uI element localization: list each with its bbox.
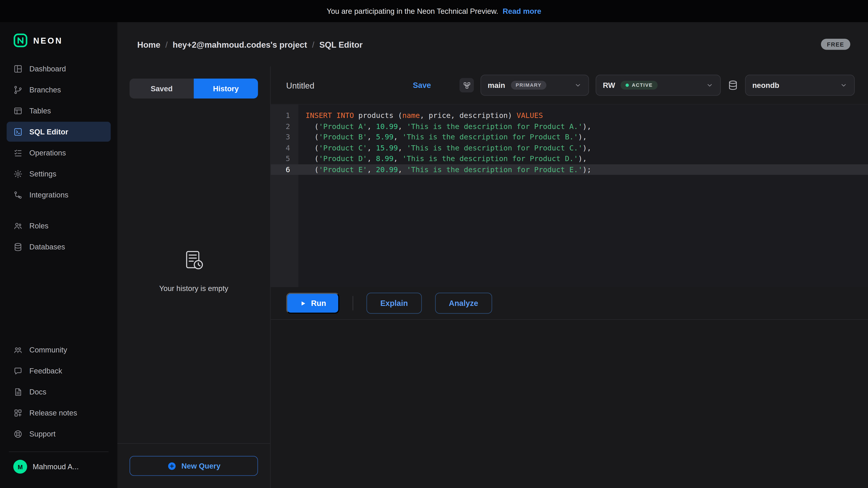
sidebar-divider: [9, 451, 108, 452]
sidebar-item-branches[interactable]: Branches: [6, 80, 111, 100]
history-empty-state: Your history is empty: [117, 98, 270, 443]
editor-actions: Run Explain Analyze: [271, 287, 868, 320]
tables-icon: [13, 106, 23, 116]
explain-button[interactable]: Explain: [366, 293, 422, 314]
sidebar-item-feedback[interactable]: Feedback: [6, 361, 111, 381]
line-number: 6: [271, 164, 298, 175]
operations-icon: [13, 148, 23, 158]
breadcrumb-project[interactable]: hey+2@mahmoud.codes's project: [173, 39, 307, 49]
sidebar-item-label: Roles: [29, 222, 49, 230]
chevron-down-icon: [574, 81, 582, 89]
sidebar-item-operations[interactable]: Operations: [6, 143, 111, 163]
sidebar-item-roles[interactable]: Roles: [6, 216, 111, 236]
sidebar-item-label: Dashboard: [29, 64, 66, 73]
schema-icon-button[interactable]: [460, 78, 474, 92]
feedback-icon: [13, 366, 23, 376]
technical-preview-banner: You are participating in the Neon Techni…: [0, 0, 868, 22]
sidebar-item-integrations[interactable]: Integrations: [6, 185, 111, 205]
read-more-link[interactable]: Read more: [503, 7, 541, 15]
new-query-label: New Query: [182, 462, 221, 470]
sidebar-item-support[interactable]: Support: [6, 424, 111, 444]
support-icon: [13, 429, 23, 438]
sidebar-item-label: Community: [29, 346, 67, 354]
code-line[interactable]: 2 ('Product A', 10.99, 'This is the desc…: [271, 121, 868, 132]
gear-icon: [13, 169, 23, 178]
active-badge: ACTIVE: [621, 81, 658, 90]
code-line[interactable]: 6 ('Product E', 20.99, 'This is the desc…: [271, 164, 868, 175]
new-query-button[interactable]: New Query: [129, 456, 258, 476]
query-title[interactable]: Untitled: [286, 80, 314, 90]
code-line[interactable]: 4 ('Product C', 15.99, 'This is the desc…: [271, 142, 868, 153]
actions-divider: [352, 296, 353, 311]
neon-wordmark: NEON: [33, 36, 63, 45]
line-number: 4: [271, 142, 298, 153]
branches-icon: [13, 85, 23, 94]
branch-select[interactable]: main PRIMARY: [480, 75, 589, 96]
sidebar-item-sql-editor[interactable]: SQL Editor: [6, 122, 111, 142]
active-badge-label: ACTIVE: [632, 83, 653, 88]
sidebar-item-label: Tables: [29, 106, 51, 115]
sql-editor-panel: Untitled Save main PRIMARY: [271, 66, 868, 488]
history-document-clock-icon: [182, 249, 206, 273]
docs-icon: [13, 387, 23, 396]
app-window: You are participating in the Neon Techni…: [0, 0, 868, 488]
sidebar-item-label: Databases: [29, 242, 65, 251]
plus-circle-icon: [167, 461, 177, 470]
code-line[interactable]: 1INSERT INTO products (name, price, desc…: [271, 110, 868, 121]
code-text: ('Product A', 10.99, 'This is the descri…: [298, 121, 591, 132]
compute-select[interactable]: RW ACTIVE: [596, 75, 721, 96]
plan-badge: FREE: [821, 39, 850, 50]
sidebar-item-label: Release notes: [29, 409, 77, 417]
line-number: 2: [271, 121, 298, 132]
compute-name: RW: [603, 81, 615, 90]
release-notes-icon: [13, 408, 23, 418]
database-name: neondb: [752, 81, 779, 90]
sidebar-item-label: Support: [29, 430, 56, 438]
primary-badge: PRIMARY: [510, 81, 547, 90]
code-text: ('Product B', 5.99, 'This is the descrip…: [298, 132, 587, 142]
sidebar-item-release-notes[interactable]: Release notes: [6, 403, 111, 423]
line-number: 5: [271, 153, 298, 164]
user-menu[interactable]: M Mahmoud A...: [0, 460, 117, 488]
code-line[interactable]: 5 ('Product D', 8.99, 'This is the descr…: [271, 153, 868, 164]
nav-group-gap: [6, 206, 111, 215]
breadcrumb-separator: /: [312, 39, 314, 49]
databases-icon: [13, 242, 23, 252]
code-line[interactable]: 3 ('Product B', 5.99, 'This is the descr…: [271, 132, 868, 142]
sidebar-item-label: Integrations: [29, 191, 68, 199]
sidebar-item-tables[interactable]: Tables: [6, 101, 111, 121]
sidebar-item-label: SQL Editor: [29, 127, 68, 136]
page-header: Home / hey+2@mahmoud.codes's project / S…: [117, 22, 868, 66]
line-number: 3: [271, 132, 298, 142]
breadcrumb-separator: /: [165, 39, 167, 49]
community-icon: [13, 345, 23, 355]
editor-header: Untitled Save main PRIMARY: [271, 66, 868, 105]
dashboard-icon: [13, 64, 23, 73]
sidebar-item-label: Settings: [29, 170, 56, 178]
sidebar-item-docs[interactable]: Docs: [6, 382, 111, 402]
queries-tabs: Saved History: [129, 78, 258, 98]
code-editor[interactable]: 1INSERT INTO products (name, price, desc…: [271, 105, 868, 287]
schema-icon: [463, 81, 471, 90]
sidebar: NEON Dashboard Branches: [0, 22, 117, 488]
breadcrumb-home[interactable]: Home: [137, 39, 160, 49]
breadcrumb: Home / hey+2@mahmoud.codes's project / S…: [137, 39, 363, 49]
editor-controls: main PRIMARY RW ACTIVE: [460, 75, 855, 96]
tab-history[interactable]: History: [194, 78, 258, 98]
save-button[interactable]: Save: [413, 81, 431, 90]
sidebar-item-community[interactable]: Community: [6, 340, 111, 360]
sidebar-item-label: Operations: [29, 149, 66, 157]
database-select[interactable]: neondb: [745, 75, 855, 96]
analyze-button[interactable]: Analyze: [435, 293, 492, 314]
history-empty-text: Your history is empty: [159, 285, 228, 293]
chevron-down-icon: [706, 81, 713, 89]
status-dot-icon: [626, 84, 629, 87]
sidebar-item-databases[interactable]: Databases: [6, 237, 111, 257]
sidebar-item-settings[interactable]: Settings: [6, 164, 111, 184]
queries-panel-footer: New Query: [117, 444, 270, 488]
tab-saved[interactable]: Saved: [129, 78, 194, 98]
sidebar-item-dashboard[interactable]: Dashboard: [6, 59, 111, 78]
run-button[interactable]: Run: [286, 293, 339, 314]
neon-logo[interactable]: NEON: [0, 22, 117, 59]
integrations-icon: [13, 190, 23, 199]
